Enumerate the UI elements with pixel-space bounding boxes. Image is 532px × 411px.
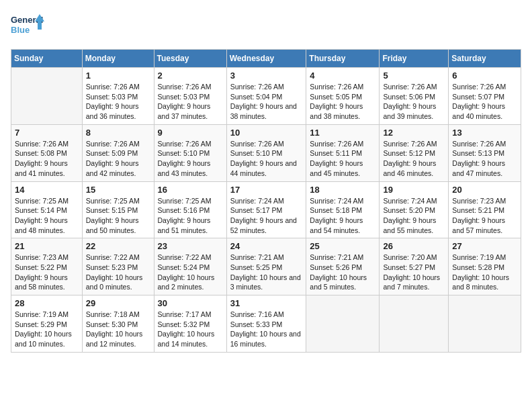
svg-text:Blue: Blue [11,25,30,35]
day-number: 4 [310,71,375,81]
calendar-cell: 12Sunrise: 7:26 AMSunset: 5:12 PMDayligh… [380,124,449,181]
calendar-cell: 28Sunrise: 7:19 AMSunset: 5:29 PMDayligh… [11,295,83,353]
day-number: 20 [452,185,517,195]
day-info: Sunrise: 7:17 AMSunset: 5:32 PMDaylight:… [158,310,223,349]
day-number: 14 [15,185,79,195]
day-number: 13 [452,128,517,138]
day-number: 28 [15,298,79,308]
day-number: 27 [452,241,517,251]
calendar-cell: 9Sunrise: 7:26 AMSunset: 5:10 PMDaylight… [154,124,226,181]
day-number: 24 [230,241,303,251]
day-number: 26 [383,241,445,251]
day-number: 12 [383,128,445,138]
day-info: Sunrise: 7:26 AMSunset: 5:07 PMDaylight:… [452,82,517,122]
day-info: Sunrise: 7:24 AMSunset: 5:17 PMDaylight:… [230,196,303,236]
day-number: 5 [383,71,445,81]
calendar-cell: 18Sunrise: 7:24 AMSunset: 5:18 PMDayligh… [306,181,380,238]
day-info: Sunrise: 7:19 AMSunset: 5:29 PMDaylight:… [15,310,79,349]
week-row-3: 14Sunrise: 7:25 AMSunset: 5:14 PMDayligh… [11,181,521,238]
day-number: 1 [86,71,150,81]
col-header-saturday: Saturday [449,50,521,68]
calendar-cell: 10Sunrise: 7:26 AMSunset: 5:10 PMDayligh… [226,124,306,181]
calendar-cell [306,295,380,353]
calendar-cell: 25Sunrise: 7:21 AMSunset: 5:26 PMDayligh… [306,238,380,295]
day-number: 22 [86,241,150,251]
calendar-cell: 20Sunrise: 7:23 AMSunset: 5:21 PMDayligh… [449,181,521,238]
day-info: Sunrise: 7:26 AMSunset: 5:03 PMDaylight:… [86,82,150,122]
day-number: 17 [230,185,303,195]
day-info: Sunrise: 7:26 AMSunset: 5:04 PMDaylight:… [230,82,303,122]
day-number: 23 [158,241,223,251]
day-info: Sunrise: 7:23 AMSunset: 5:22 PMDaylight:… [15,253,79,292]
day-number: 6 [452,71,517,81]
calendar-cell [449,295,521,353]
day-info: Sunrise: 7:22 AMSunset: 5:23 PMDaylight:… [86,253,150,292]
calendar-cell: 21Sunrise: 7:23 AMSunset: 5:22 PMDayligh… [11,238,83,295]
day-info: Sunrise: 7:24 AMSunset: 5:18 PMDaylight:… [310,196,375,236]
day-number: 10 [230,128,303,138]
header-row: SundayMondayTuesdayWednesdayThursdayFrid… [11,50,521,68]
col-header-tuesday: Tuesday [154,50,226,68]
page-header: General Blue [11,11,521,41]
week-row-1: 1Sunrise: 7:26 AMSunset: 5:03 PMDaylight… [11,68,521,125]
day-info: Sunrise: 7:26 AMSunset: 5:09 PMDaylight:… [86,139,150,179]
day-number: 18 [310,185,375,195]
calendar-cell [380,295,449,353]
day-info: Sunrise: 7:26 AMSunset: 5:08 PMDaylight:… [15,139,79,179]
day-info: Sunrise: 7:26 AMSunset: 5:03 PMDaylight:… [158,82,223,122]
day-info: Sunrise: 7:21 AMSunset: 5:26 PMDaylight:… [310,253,375,292]
day-info: Sunrise: 7:25 AMSunset: 5:16 PMDaylight:… [158,196,223,236]
calendar-cell: 7Sunrise: 7:26 AMSunset: 5:08 PMDaylight… [11,124,83,181]
day-number: 29 [86,298,150,308]
calendar-cell: 11Sunrise: 7:26 AMSunset: 5:11 PMDayligh… [306,124,380,181]
day-info: Sunrise: 7:23 AMSunset: 5:21 PMDaylight:… [452,196,517,236]
calendar-cell: 30Sunrise: 7:17 AMSunset: 5:32 PMDayligh… [154,295,226,353]
day-info: Sunrise: 7:24 AMSunset: 5:20 PMDaylight:… [383,196,445,236]
calendar-cell: 26Sunrise: 7:20 AMSunset: 5:27 PMDayligh… [380,238,449,295]
day-info: Sunrise: 7:26 AMSunset: 5:05 PMDaylight:… [310,82,375,122]
col-header-friday: Friday [380,50,449,68]
day-info: Sunrise: 7:26 AMSunset: 5:11 PMDaylight:… [310,139,375,179]
day-number: 25 [310,241,375,251]
calendar-cell: 22Sunrise: 7:22 AMSunset: 5:23 PMDayligh… [82,238,154,295]
calendar-cell: 13Sunrise: 7:26 AMSunset: 5:13 PMDayligh… [449,124,521,181]
day-info: Sunrise: 7:26 AMSunset: 5:06 PMDaylight:… [383,82,445,122]
day-info: Sunrise: 7:26 AMSunset: 5:10 PMDaylight:… [230,139,303,179]
day-info: Sunrise: 7:16 AMSunset: 5:33 PMDaylight:… [230,310,303,349]
day-info: Sunrise: 7:26 AMSunset: 5:10 PMDaylight:… [158,139,223,179]
calendar-cell: 5Sunrise: 7:26 AMSunset: 5:06 PMDaylight… [380,68,449,125]
day-number: 11 [310,128,375,138]
day-number: 19 [383,185,445,195]
logo: General Blue [11,11,44,41]
day-number: 16 [158,185,223,195]
calendar-cell: 1Sunrise: 7:26 AMSunset: 5:03 PMDaylight… [82,68,154,125]
day-info: Sunrise: 7:22 AMSunset: 5:24 PMDaylight:… [158,253,223,292]
day-number: 8 [86,128,150,138]
calendar-cell: 4Sunrise: 7:26 AMSunset: 5:05 PMDaylight… [306,68,380,125]
calendar-cell: 17Sunrise: 7:24 AMSunset: 5:17 PMDayligh… [226,181,306,238]
calendar-cell: 19Sunrise: 7:24 AMSunset: 5:20 PMDayligh… [380,181,449,238]
calendar-cell: 31Sunrise: 7:16 AMSunset: 5:33 PMDayligh… [226,295,306,353]
col-header-monday: Monday [82,50,154,68]
day-info: Sunrise: 7:26 AMSunset: 5:13 PMDaylight:… [452,139,517,179]
calendar-cell: 29Sunrise: 7:18 AMSunset: 5:30 PMDayligh… [82,295,154,353]
day-number: 30 [158,298,223,308]
day-info: Sunrise: 7:18 AMSunset: 5:30 PMDaylight:… [86,310,150,349]
day-info: Sunrise: 7:25 AMSunset: 5:15 PMDaylight:… [86,196,150,236]
calendar-cell: 16Sunrise: 7:25 AMSunset: 5:16 PMDayligh… [154,181,226,238]
week-row-4: 21Sunrise: 7:23 AMSunset: 5:22 PMDayligh… [11,238,521,295]
logo-svg: General Blue [11,11,44,41]
day-info: Sunrise: 7:26 AMSunset: 5:12 PMDaylight:… [383,139,445,179]
day-number: 21 [15,241,79,251]
calendar-cell: 8Sunrise: 7:26 AMSunset: 5:09 PMDaylight… [82,124,154,181]
calendar-cell: 6Sunrise: 7:26 AMSunset: 5:07 PMDaylight… [449,68,521,125]
day-number: 7 [15,128,79,138]
calendar-cell [11,68,83,125]
col-header-thursday: Thursday [306,50,380,68]
col-header-sunday: Sunday [11,50,83,68]
col-header-wednesday: Wednesday [226,50,306,68]
calendar-cell: 3Sunrise: 7:26 AMSunset: 5:04 PMDaylight… [226,68,306,125]
calendar-cell: 23Sunrise: 7:22 AMSunset: 5:24 PMDayligh… [154,238,226,295]
day-number: 9 [158,128,223,138]
day-info: Sunrise: 7:20 AMSunset: 5:27 PMDaylight:… [383,253,445,292]
